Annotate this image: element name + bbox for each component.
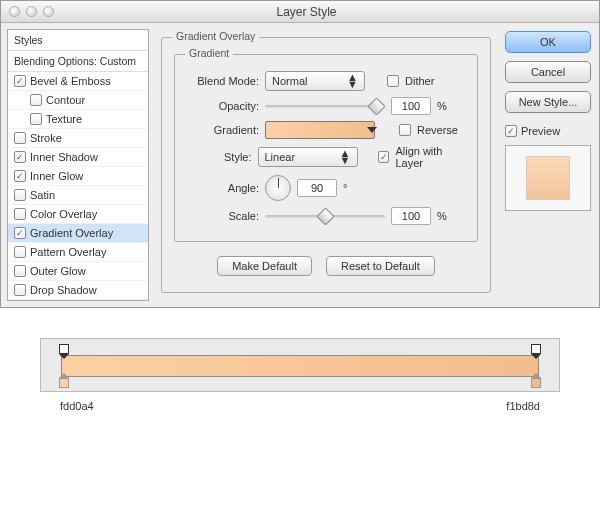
dither-checkbox[interactable]: [387, 75, 399, 87]
gradient-dropdown-icon[interactable]: [367, 127, 377, 133]
sidebar-item-label: Color Overlay: [30, 208, 97, 220]
preview-label: Preview: [521, 125, 560, 137]
minimize-icon[interactable]: [26, 6, 37, 17]
effect-checkbox[interactable]: ✓: [14, 227, 26, 239]
opacity-label: Opacity:: [187, 100, 259, 112]
effect-checkbox[interactable]: [30, 113, 42, 125]
titlebar: Layer Style: [1, 1, 599, 23]
angle-dial[interactable]: [265, 175, 291, 201]
opacity-input[interactable]: 100: [391, 97, 431, 115]
preview-swatch: [526, 156, 570, 200]
gradient-overlay-panel: Gradient Overlay Gradient Blend Mode: No…: [161, 37, 491, 293]
zoom-icon[interactable]: [43, 6, 54, 17]
angle-label: Angle:: [187, 182, 259, 194]
effect-checkbox[interactable]: [14, 265, 26, 277]
sidebar-item-inner-shadow[interactable]: ✓Inner Shadow: [8, 148, 148, 167]
sidebar-item-gradient-overlay[interactable]: ✓Gradient Overlay: [8, 224, 148, 243]
sidebar-item-drop-shadow[interactable]: Drop Shadow: [8, 281, 148, 300]
effect-checkbox[interactable]: [14, 189, 26, 201]
effects-sidebar: Styles Blending Options: Custom ✓Bevel &…: [7, 29, 149, 301]
cancel-button[interactable]: Cancel: [505, 61, 591, 83]
effect-checkbox[interactable]: ✓: [14, 75, 26, 87]
sidebar-item-label: Bevel & Emboss: [30, 75, 111, 87]
close-icon[interactable]: [9, 6, 20, 17]
opacity-slider[interactable]: [265, 99, 385, 113]
group-title: Gradient: [185, 47, 233, 59]
scale-input[interactable]: 100: [391, 207, 431, 225]
blend-mode-label: Blend Mode:: [187, 75, 259, 87]
effect-checkbox[interactable]: [14, 246, 26, 258]
preview-checkbox[interactable]: ✓: [505, 125, 517, 137]
sidebar-styles[interactable]: Styles: [8, 30, 148, 51]
sidebar-blending[interactable]: Blending Options: Custom: [8, 51, 148, 72]
align-label: Align with Layer: [395, 145, 465, 169]
reset-default-button[interactable]: Reset to Default: [326, 256, 435, 276]
sidebar-item-stroke[interactable]: Stroke: [8, 129, 148, 148]
chevron-updown-icon: ▲▼: [340, 150, 351, 164]
new-style-button[interactable]: New Style...: [505, 91, 591, 113]
scale-label: Scale:: [187, 210, 259, 222]
gradient-label: Gradient:: [187, 124, 259, 136]
reverse-label: Reverse: [417, 124, 458, 136]
chevron-updown-icon: ▲▼: [347, 74, 358, 88]
color-stop-right[interactable]: [531, 378, 541, 388]
gradient-bar[interactable]: [61, 355, 539, 377]
hex-left: fdd0a4: [60, 400, 94, 412]
effect-checkbox[interactable]: ✓: [14, 151, 26, 163]
effect-checkbox[interactable]: [30, 94, 42, 106]
sidebar-item-color-overlay[interactable]: Color Overlay: [8, 205, 148, 224]
sidebar-item-label: Inner Glow: [30, 170, 83, 182]
angle-input[interactable]: 90: [297, 179, 337, 197]
effect-checkbox[interactable]: [14, 208, 26, 220]
effect-checkbox[interactable]: ✓: [14, 170, 26, 182]
sidebar-item-label: Texture: [46, 113, 82, 125]
style-select[interactable]: Linear ▲▼: [258, 147, 358, 167]
style-label: Style:: [187, 151, 252, 163]
preview-box: [505, 145, 591, 211]
sidebar-item-label: Gradient Overlay: [30, 227, 113, 239]
sidebar-item-label: Contour: [46, 94, 85, 106]
sidebar-item-outer-glow[interactable]: Outer Glow: [8, 262, 148, 281]
sidebar-item-inner-glow[interactable]: ✓Inner Glow: [8, 167, 148, 186]
sidebar-item-label: Inner Shadow: [30, 151, 98, 163]
sidebar-item-bevel-emboss[interactable]: ✓Bevel & Emboss: [8, 72, 148, 91]
sidebar-item-label: Drop Shadow: [30, 284, 97, 296]
effect-checkbox[interactable]: [14, 132, 26, 144]
ok-button[interactable]: OK: [505, 31, 591, 53]
color-stop-left[interactable]: [59, 378, 69, 388]
window-title: Layer Style: [54, 5, 599, 19]
scale-slider[interactable]: [265, 209, 385, 223]
make-default-button[interactable]: Make Default: [217, 256, 312, 276]
hex-right: f1bd8d: [506, 400, 540, 412]
sidebar-item-satin[interactable]: Satin: [8, 186, 148, 205]
sidebar-item-contour[interactable]: Contour: [8, 91, 148, 110]
opacity-stop-left[interactable]: [59, 344, 69, 354]
reverse-checkbox[interactable]: [399, 124, 411, 136]
blend-mode-select[interactable]: Normal ▲▼: [265, 71, 365, 91]
panel-title: Gradient Overlay: [172, 30, 259, 42]
dither-label: Dither: [405, 75, 434, 87]
sidebar-item-texture[interactable]: Texture: [8, 110, 148, 129]
effect-checkbox[interactable]: [14, 284, 26, 296]
sidebar-item-label: Pattern Overlay: [30, 246, 106, 258]
align-checkbox[interactable]: ✓: [378, 151, 389, 163]
sidebar-item-label: Satin: [30, 189, 55, 201]
sidebar-item-label: Outer Glow: [30, 265, 86, 277]
gradient-swatch[interactable]: [265, 121, 375, 139]
gradient-editor[interactable]: [40, 338, 560, 392]
sidebar-item-label: Stroke: [30, 132, 62, 144]
layer-style-dialog: Layer Style Styles Blending Options: Cus…: [0, 0, 600, 308]
opacity-stop-right[interactable]: [531, 344, 541, 354]
sidebar-item-pattern-overlay[interactable]: Pattern Overlay: [8, 243, 148, 262]
